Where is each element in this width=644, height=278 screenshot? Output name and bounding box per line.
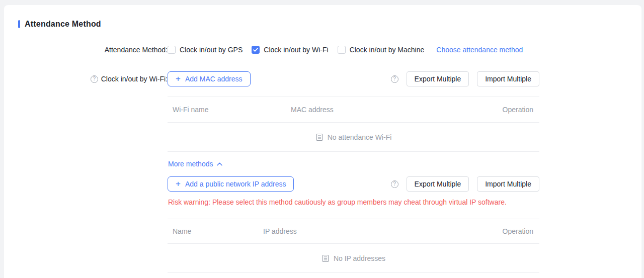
chevron-up-icon bbox=[217, 162, 222, 166]
machine-checkbox[interactable] bbox=[338, 46, 346, 54]
page-title: Attendance Method bbox=[25, 20, 101, 29]
wifi-table: Wi-Fi name MAC address Operation No atte… bbox=[168, 97, 539, 152]
attendance-settings-card: Attendance Method Attendance Method: Clo… bbox=[4, 5, 641, 278]
plus-icon: + bbox=[176, 179, 181, 188]
wifi-table-header: Wi-Fi name MAC address Operation bbox=[168, 97, 539, 123]
wifi-checkbox-label: Clock in/out by Wi-Fi bbox=[264, 46, 328, 54]
choose-attendance-method-link[interactable]: Choose attendance method bbox=[436, 46, 523, 54]
ip-table-header: Name IP address Operation bbox=[168, 219, 539, 244]
attendance-method-options: Clock in/out by GPS Clock in/out by Wi-F… bbox=[168, 46, 539, 54]
wifi-toolbar: + Add MAC address ? Export Multiple Impo… bbox=[168, 71, 539, 86]
checkbox-clock-machine[interactable]: Clock in/out by Machine bbox=[338, 46, 425, 54]
title-accent-bar bbox=[18, 20, 20, 28]
ip-bulk-tools: ? Export Multiple Import Multiple bbox=[391, 176, 539, 192]
gps-checkbox[interactable] bbox=[168, 46, 176, 54]
ip-table: Name IP address Operation No IP addresse… bbox=[168, 219, 539, 273]
column-operation: Operation bbox=[503, 106, 539, 114]
wifi-table-empty-state: No attendance Wi-Fi bbox=[168, 123, 539, 152]
more-methods-toggle[interactable]: More methods bbox=[168, 159, 222, 169]
ip-toolbar: + Add a public network IP address ? Expo… bbox=[168, 176, 539, 192]
document-icon bbox=[321, 254, 330, 262]
wifi-method-label: Clock in/out by Wi-Fi: bbox=[101, 75, 168, 83]
checkbox-clock-wifi[interactable]: Clock in/out by Wi-Fi bbox=[252, 46, 328, 54]
ip-empty-text: No IP addresses bbox=[334, 254, 385, 262]
ip-export-multiple-button[interactable]: Export Multiple bbox=[407, 176, 469, 192]
checkbox-clock-gps[interactable]: Clock in/out by GPS bbox=[168, 46, 243, 54]
add-public-ip-button[interactable]: + Add a public network IP address bbox=[168, 176, 294, 192]
wifi-checkbox[interactable] bbox=[252, 46, 260, 54]
wifi-empty-text: No attendance Wi-Fi bbox=[328, 133, 392, 141]
wifi-method-row: ? Clock in/out by Wi-Fi: + Add MAC addre… bbox=[4, 71, 641, 86]
column-wifi-name: Wi-Fi name bbox=[168, 106, 291, 114]
wifi-method-label-group: ? Clock in/out by Wi-Fi: bbox=[4, 75, 168, 83]
attendance-method-label: Attendance Method: bbox=[4, 46, 168, 54]
checkmark-icon bbox=[253, 48, 258, 52]
wifi-bulk-tools: ? Export Multiple Import Multiple bbox=[391, 71, 539, 86]
gps-checkbox-label: Clock in/out by GPS bbox=[180, 46, 243, 54]
wifi-import-multiple-button[interactable]: Import Multiple bbox=[477, 71, 539, 86]
plus-icon: + bbox=[176, 74, 181, 83]
risk-warning-text: Risk warning: Please select this method … bbox=[168, 198, 641, 208]
add-mac-address-button[interactable]: + Add MAC address bbox=[168, 71, 251, 86]
help-icon[interactable]: ? bbox=[391, 180, 398, 188]
help-icon[interactable]: ? bbox=[391, 75, 398, 83]
machine-checkbox-label: Clock in/out by Machine bbox=[350, 46, 425, 54]
help-icon[interactable]: ? bbox=[91, 75, 98, 83]
page-header: Attendance Method bbox=[18, 19, 641, 29]
column-ip-address: IP address bbox=[263, 227, 503, 235]
column-operation: Operation bbox=[503, 227, 539, 235]
attendance-method-row: Attendance Method: Clock in/out by GPS C… bbox=[4, 45, 641, 55]
column-name: Name bbox=[168, 227, 263, 235]
ip-import-multiple-button[interactable]: Import Multiple bbox=[477, 176, 539, 192]
column-mac-address: MAC address bbox=[291, 106, 503, 114]
wifi-export-multiple-button[interactable]: Export Multiple bbox=[407, 71, 469, 86]
document-icon bbox=[315, 133, 324, 141]
ip-table-empty-state: No IP addresses bbox=[168, 244, 539, 273]
